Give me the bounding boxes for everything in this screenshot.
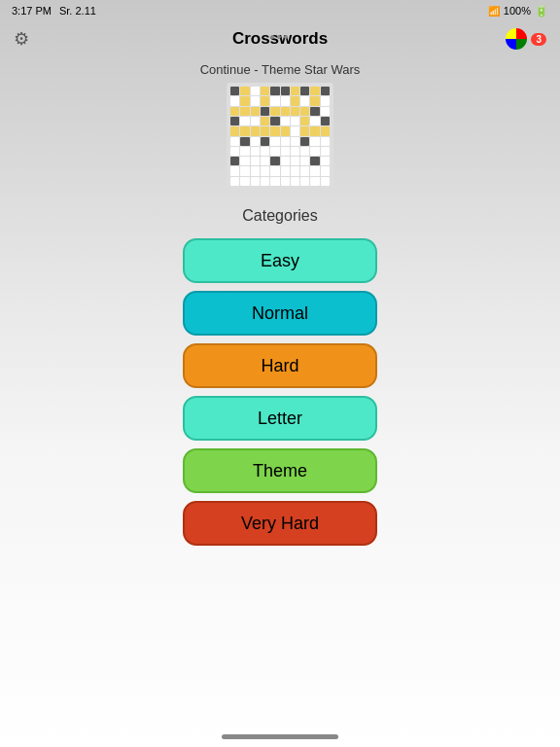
- cell: [240, 147, 249, 156]
- cell: [310, 147, 319, 156]
- cell: [251, 107, 260, 116]
- cell: [321, 137, 330, 146]
- crossword-preview[interactable]: [227, 83, 333, 190]
- cell: [310, 96, 319, 105]
- cell: [281, 96, 290, 105]
- battery-icon: 🔋: [535, 5, 548, 18]
- cell: [251, 157, 260, 165]
- battery-label: 100%: [504, 5, 531, 17]
- cell: [261, 87, 269, 95]
- cell: [261, 166, 269, 175]
- cell: [291, 177, 299, 186]
- dots-menu[interactable]: ...: [271, 60, 289, 76]
- cell: [240, 157, 249, 165]
- cell: [281, 126, 290, 135]
- status-left: 3:17 PM Sr. 2.11: [12, 5, 96, 17]
- cell: [230, 147, 239, 156]
- cell: [291, 87, 299, 95]
- wifi-icon: 📶: [488, 6, 500, 17]
- cell: [291, 147, 299, 156]
- cell: [300, 147, 309, 156]
- color-wheel-icon[interactable]: [506, 28, 527, 50]
- cell: [261, 96, 269, 105]
- cell: [270, 137, 279, 146]
- cell: [240, 166, 249, 175]
- cell: [321, 96, 330, 105]
- gear-icon[interactable]: ⚙: [14, 28, 29, 50]
- home-indicator: [222, 734, 338, 739]
- cell: [321, 177, 330, 186]
- cell: [270, 117, 279, 125]
- cell: [240, 87, 249, 95]
- cell: [310, 107, 319, 116]
- categories-section: Categories Easy Normal Hard Letter Theme…: [0, 207, 560, 553]
- cell: [251, 117, 260, 125]
- cell: [261, 147, 269, 156]
- cell: [251, 147, 260, 156]
- cell: [230, 117, 239, 125]
- cell: [230, 126, 239, 135]
- cell: [310, 177, 319, 186]
- letter-button[interactable]: Letter: [183, 396, 377, 441]
- cell: [300, 137, 309, 146]
- cell: [300, 166, 309, 175]
- cell: [270, 157, 279, 165]
- cell: [251, 87, 260, 95]
- cell: [310, 126, 319, 135]
- cell: [270, 87, 279, 95]
- theme-button[interactable]: Theme: [183, 448, 377, 493]
- cell: [281, 157, 290, 165]
- cell: [270, 147, 279, 156]
- very-hard-button[interactable]: Very Hard: [183, 501, 377, 546]
- cell: [321, 166, 330, 175]
- cell: [300, 157, 309, 165]
- cell: [281, 147, 290, 156]
- cell: [230, 107, 239, 116]
- cell: [321, 117, 330, 125]
- cell: [270, 177, 279, 186]
- hard-button[interactable]: Hard: [183, 343, 377, 388]
- cell: [281, 107, 290, 116]
- cell: [240, 137, 249, 146]
- cell: [270, 96, 279, 105]
- cell: [291, 126, 299, 135]
- cell: [291, 157, 299, 165]
- cell: [261, 107, 269, 116]
- cell: [310, 166, 319, 175]
- cell: [281, 117, 290, 125]
- status-bar: 3:17 PM Sr. 2.11 📶 100% 🔋: [0, 0, 560, 21]
- easy-button[interactable]: Easy: [183, 238, 377, 283]
- cell: [270, 107, 279, 116]
- cell: [321, 126, 330, 135]
- cell: [281, 166, 290, 175]
- cell: [251, 96, 260, 105]
- cell: [321, 107, 330, 116]
- cell: [300, 126, 309, 135]
- cell: [281, 137, 290, 146]
- cell: [310, 137, 319, 146]
- cell: [291, 166, 299, 175]
- status-right: 📶 100% 🔋: [488, 5, 548, 18]
- cell: [251, 137, 260, 146]
- cell: [261, 117, 269, 125]
- cell: [240, 96, 249, 105]
- normal-button[interactable]: Normal: [183, 291, 377, 336]
- more-options-dots[interactable]: •••: [270, 29, 291, 45]
- cell: [261, 137, 269, 146]
- cell: [230, 96, 239, 105]
- categories-title: Categories: [242, 207, 317, 225]
- badge-count: 3: [531, 33, 546, 46]
- cell: [300, 177, 309, 186]
- cell: [291, 107, 299, 116]
- time-label: 3:17 PM: [12, 5, 52, 17]
- top-right-area: ... 3: [506, 28, 546, 50]
- cell: [251, 166, 260, 175]
- cell: [251, 177, 260, 186]
- cell: [240, 126, 249, 135]
- cell: [230, 157, 239, 165]
- cell: [261, 126, 269, 135]
- cell: [291, 117, 299, 125]
- cell: [230, 166, 239, 175]
- cell: [270, 166, 279, 175]
- cell: [230, 177, 239, 186]
